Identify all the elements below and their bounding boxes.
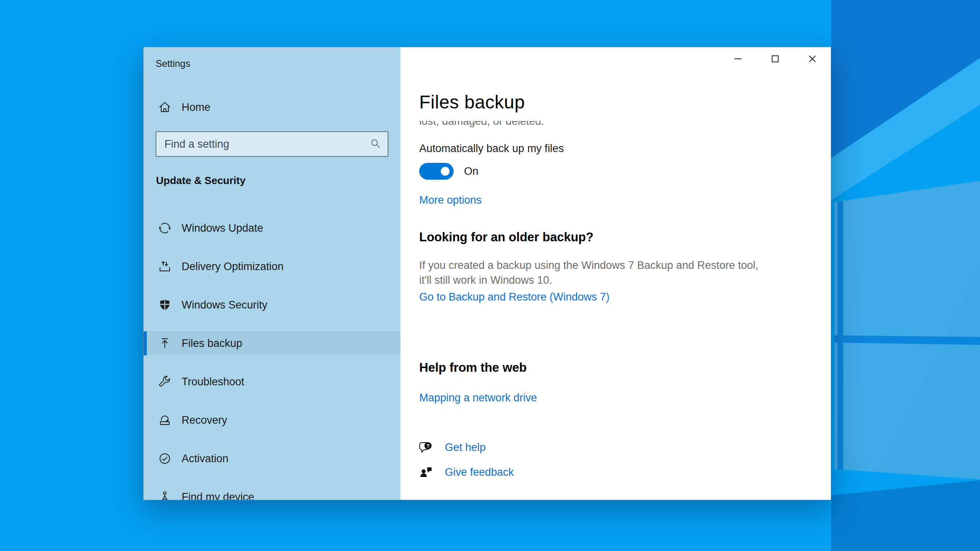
search-icon[interactable] [369,138,388,150]
backup-toggle-label: Automatically back up my files [419,142,564,155]
recovery-arrow-box-icon [158,413,172,427]
window-title: Settings [156,58,190,69]
main-content: Files backup lost, damaged, or deleted. … [400,47,831,500]
help-chat-icon: ? [419,441,433,454]
get-help-link[interactable]: Get help [445,441,486,454]
sidebar-item-troubleshoot[interactable]: Troubleshoot [144,370,400,394]
give-feedback-link[interactable]: Give feedback [445,466,514,479]
more-options-link[interactable]: More options [419,194,482,206]
sidebar-item-delivery-optimization[interactable]: Delivery Optimization [144,254,400,279]
close-icon [808,54,817,64]
get-help-row[interactable]: ? Get help [419,441,486,454]
sidebar-item-files-backup[interactable]: Files backup [144,331,400,355]
help-from-web-heading: Help from the web [419,361,527,375]
sidebar-item-label: Find my device [182,491,254,501]
checkmark-circle-icon [158,452,172,465]
give-feedback-row[interactable]: Give feedback [419,465,514,479]
delivery-arrows-icon [158,260,172,273]
backup-toggle-switch[interactable] [419,163,454,180]
close-button[interactable] [794,47,831,70]
sidebar-item-windows-security[interactable]: Windows Security [144,293,400,317]
sidebar-item-label: Delivery Optimization [182,260,284,273]
sidebar-item-windows-update[interactable]: Windows Update [144,216,400,240]
sidebar-nav: Windows Update Delivery Optimization [144,216,400,500]
person-locator-icon [158,490,172,500]
search-box [156,131,388,157]
paragraph-line: it'll still work in Windows 10. [419,273,758,288]
sidebar-item-label: Home [182,101,210,114]
sidebar: Settings Home Update & Security [144,47,400,500]
home-icon [158,100,172,114]
minimize-icon [733,54,743,64]
sidebar-item-recovery[interactable]: Recovery [144,408,400,432]
maximize-icon [770,54,780,64]
backup-toggle-row: On [419,163,478,180]
sidebar-item-label: Recovery [182,414,227,427]
maximize-button[interactable] [756,47,794,70]
wrench-icon [158,375,172,389]
sidebar-item-label: Troubleshoot [182,376,244,388]
scrolled-clipped-text: lost, damaged, or deleted. [419,121,544,129]
sidebar-item-label: Windows Update [182,222,263,234]
toggle-knob [441,167,450,176]
mapping-network-drive-link[interactable]: Mapping a network drive [419,392,537,404]
older-backup-paragraph: If you created a backup using the Window… [419,258,758,288]
page-title: Files backup [419,91,525,113]
sidebar-item-label: Activation [182,453,228,465]
sync-icon [158,221,172,235]
sidebar-section-header: Update & Security [156,174,246,187]
sidebar-item-label: Files backup [182,337,242,350]
shield-icon [158,298,172,312]
paragraph-line: If you created a backup using the Window… [419,258,758,273]
sidebar-item-label: Windows Security [182,299,268,311]
svg-text:?: ? [426,443,430,449]
sidebar-item-activation[interactable]: Activation [144,447,400,471]
settings-window: Settings Home Update & Security [143,47,831,500]
sidebar-item-home[interactable]: Home [144,98,400,116]
window-controls [719,47,831,70]
sidebar-item-find-my-device[interactable]: Find my device [144,485,400,500]
backup-restore-link[interactable]: Go to Backup and Restore (Windows 7) [419,291,610,303]
older-backup-heading: Looking for an older backup? [419,230,594,244]
toggle-state-label: On [464,165,478,178]
feedback-person-icon [419,465,433,479]
upload-arrow-icon [158,337,172,350]
minimize-button[interactable] [719,47,756,70]
search-input[interactable] [156,132,369,156]
